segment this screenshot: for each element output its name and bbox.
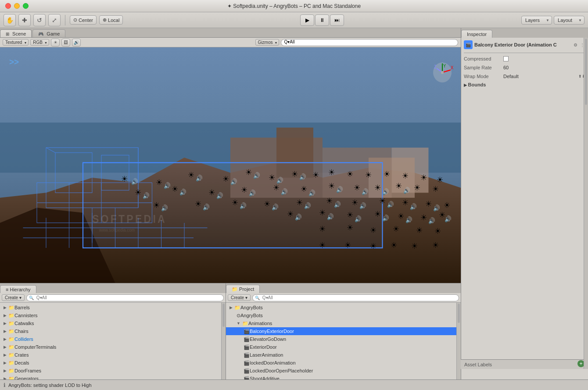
- play-button[interactable]: ▶: [300, 14, 314, 26]
- hierarchy-toolbar: Create ▾ 🔍: [0, 293, 226, 303]
- svg-text:☀: ☀: [425, 200, 432, 209]
- hierarchy-scrollbar[interactable]: [221, 303, 226, 379]
- content-area: ⊞ Scene 🎮 Game Textured RGB ☀ 🖼 🔊 Gizmos…: [0, 28, 588, 379]
- project-item-lockeddooranimation[interactable]: 🎬 lockedDoorAnimation: [226, 359, 456, 367]
- rotate-tool-button[interactable]: ↺: [33, 14, 46, 26]
- inspector-bounds-section[interactable]: Bounds: [464, 82, 585, 87]
- pause-button[interactable]: ⏸: [315, 14, 329, 26]
- play-controls: ▶ ⏸ ⏭: [300, 14, 344, 26]
- inspector-scrollbar[interactable]: [584, 38, 588, 369]
- game-icon: 🎮: [38, 32, 43, 36]
- wrapmode-value: Default: [503, 74, 519, 79]
- tab-game[interactable]: 🎮 Game: [32, 29, 65, 37]
- gizmos-dropdown[interactable]: Gizmos: [255, 39, 280, 46]
- project-item-angrybots-obj[interactable]: ⊙ AngryBots: [226, 311, 456, 319]
- audio-button[interactable]: 🔊: [72, 39, 81, 47]
- separator-1: [65, 15, 65, 25]
- project-create-button[interactable]: Create ▾: [228, 294, 251, 301]
- hierarchy-item-barrels[interactable]: ▶ 📁 Barrels: [0, 304, 221, 311]
- project-tabs: 📁 Project: [226, 283, 461, 293]
- minimize-button[interactable]: [14, 3, 20, 9]
- folder-icon: 📁: [8, 313, 14, 318]
- hand-tool-button[interactable]: ✋: [4, 14, 16, 26]
- svg-text:☀: ☀: [395, 182, 402, 191]
- scale-tool-button[interactable]: ⤢: [48, 14, 61, 26]
- status-bar: ℹ AngryBots: setting shader LOD to High: [0, 379, 588, 390]
- compressed-checkbox[interactable]: [503, 56, 509, 61]
- inspector-settings-button[interactable]: ⚙: [572, 42, 578, 48]
- hierarchy-item-doorframes[interactable]: ▶ 📁 DoorFrames: [0, 367, 221, 375]
- svg-text:☀: ☀: [291, 169, 298, 179]
- svg-text:☀: ☀: [326, 197, 333, 206]
- svg-text:☀: ☀: [414, 183, 420, 192]
- tab-inspector[interactable]: Inspector: [461, 30, 492, 38]
- svg-text:🔊: 🔊: [445, 215, 452, 223]
- layers-dropdown[interactable]: Layers: [521, 16, 552, 25]
- project-item-balconyexteriordoor[interactable]: 🎬 BalconyExteriorDoor: [226, 327, 456, 335]
- move-tool-button[interactable]: ✚: [18, 14, 31, 26]
- project-item-exteriordoor[interactable]: 🎬 ExteriorDoor: [226, 343, 456, 351]
- svg-text:🔊: 🔊: [309, 190, 316, 197]
- rgb-dropdown[interactable]: RGB: [30, 39, 49, 46]
- arrow-icon: ▶: [4, 353, 7, 357]
- arrow-icon: ▼: [237, 321, 240, 326]
- folder-icon: 📁: [234, 305, 240, 311]
- hierarchy-item-cannisters[interactable]: ▶ 📁 Cannisters: [0, 311, 221, 319]
- svg-text:www.softpedia.com: www.softpedia.com: [99, 228, 135, 233]
- hierarchy-create-button[interactable]: Create ▾: [2, 294, 25, 301]
- step-button[interactable]: ⏭: [330, 14, 344, 26]
- hierarchy-item-generators[interactable]: ▶ 📁 Generators: [0, 375, 221, 379]
- hierarchy-item-decals[interactable]: ▶ 📁 Decals: [0, 359, 221, 367]
- tab-project[interactable]: 📁 Project: [226, 285, 260, 293]
- tab-scene[interactable]: ⊞ Scene: [0, 29, 32, 37]
- svg-text:☀: ☀: [222, 175, 229, 184]
- svg-text:☀: ☀: [420, 173, 427, 182]
- project-scrollbar[interactable]: [456, 303, 461, 379]
- svg-text:🔊: 🔊: [161, 204, 168, 212]
- folder-icon: 📁: [242, 321, 248, 326]
- svg-text:☀: ☀: [370, 225, 376, 235]
- svg-text:☀: ☀: [301, 184, 307, 193]
- svg-text:☀: ☀: [393, 225, 399, 234]
- maximize-button[interactable]: [23, 3, 29, 9]
- compressed-label: Compressed: [464, 56, 503, 61]
- project-item-laseranimation[interactable]: 🎬 LaserAnimation: [226, 351, 456, 359]
- svg-text:🔊: 🔊: [355, 215, 362, 223]
- project-item-lockeddooropenplaceholder[interactable]: 🎬 LockedDoorOpenPlaceholder: [226, 367, 456, 375]
- traffic-lights[interactable]: [5, 3, 29, 9]
- lighting-button[interactable]: ☀: [51, 39, 60, 47]
- close-button[interactable]: [5, 3, 11, 9]
- scene-search-input[interactable]: Q▾All: [281, 39, 458, 46]
- scene-viewport[interactable]: ☀ ☀ ☀ ☀ ☀ ☀ ☀ ☀ ☀ ☀ ☀ ☀ ☀ ☀ ☀ ☀ ☀: [0, 47, 461, 283]
- svg-text:🔊: 🔊: [196, 174, 203, 182]
- layers-layout: Layers Layout: [521, 16, 584, 25]
- local-button[interactable]: ⊕ Local: [99, 15, 123, 25]
- svg-text:🔊: 🔊: [272, 204, 279, 211]
- hierarchy-search-wrapper: 🔍: [26, 294, 224, 301]
- scene-hash-icon: ⊞: [6, 32, 9, 36]
- svg-text:☀: ☀: [319, 240, 326, 250]
- textured-dropdown[interactable]: Textured: [3, 39, 29, 46]
- center-button[interactable]: ⊙ Center: [70, 15, 97, 25]
- project-item-shootadditive[interactable]: 🎬 ShootAdditive: [226, 375, 456, 379]
- svg-text:☀: ☀: [319, 208, 326, 217]
- inspector-header: 🎬 Balcony Exterior Door (Animation C ⚙ ⋮: [464, 40, 585, 49]
- project-item-elevatorgodown[interactable]: 🎬 ElevatorGoDown: [226, 335, 456, 343]
- hierarchy-item-computerterminals[interactable]: ▶ 📁 ComputerTerminals: [0, 343, 221, 351]
- project-item-animations-folder[interactable]: ▼ 📁 Animations: [226, 319, 456, 327]
- svg-text:🔊: 🔊: [276, 177, 283, 185]
- project-item-angrybots-folder[interactable]: ▶ 📁 AngryBots: [226, 304, 456, 311]
- svg-text:🔊: 🔊: [230, 178, 237, 186]
- hierarchy-item-catwalks[interactable]: ▶ 📁 Catwalks: [0, 319, 221, 327]
- hierarchy-item-crates[interactable]: ▶ 📁 Crates: [0, 351, 221, 359]
- render-button[interactable]: 🖼: [61, 39, 70, 47]
- layout-dropdown[interactable]: Layout: [554, 16, 584, 25]
- hierarchy-item-colliders[interactable]: ▶ 📁 Colliders: [0, 335, 221, 343]
- tab-hierarchy[interactable]: ≡ Hierarchy: [0, 285, 36, 293]
- inspector-wrapmode-row: Wrap Mode Default ⬆⬇: [464, 72, 585, 80]
- hierarchy-item-chairs[interactable]: ▶ 📁 Chairs: [0, 327, 221, 335]
- project-search-input[interactable]: [260, 294, 456, 301]
- hierarchy-search-input[interactable]: [34, 294, 221, 301]
- svg-text:🔊: 🔊: [203, 204, 210, 211]
- scene-tabs: ⊞ Scene 🎮 Game: [0, 28, 461, 38]
